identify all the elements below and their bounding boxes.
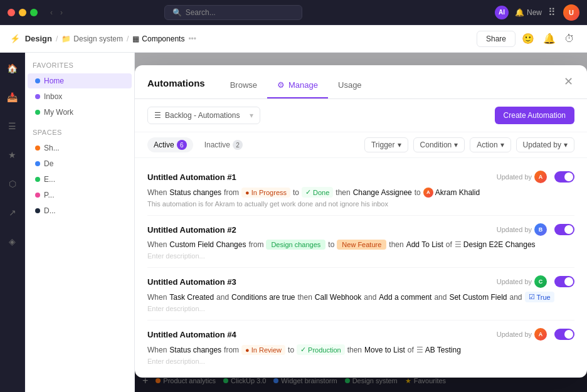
tab-usage[interactable]: Usage	[328, 75, 372, 98]
left-panel-item-d2[interactable]: D...	[28, 203, 132, 218]
smiley-icon[interactable]: 🙂	[519, 30, 537, 47]
nav-forward-arrow[interactable]: ›	[58, 7, 65, 18]
updated-by-label-2: Updated by	[497, 226, 532, 233]
tab-manage[interactable]: ⚙ Manage	[267, 75, 328, 98]
bell-icon: 🔔	[515, 8, 524, 17]
ai-badge[interactable]: AI	[495, 6, 509, 19]
folder-icon: 📁	[61, 34, 71, 43]
home-dot	[35, 78, 40, 83]
automation-4-toggle[interactable]	[554, 329, 574, 340]
automation-2-title: Untitled Automation #2	[147, 225, 497, 235]
new-button[interactable]: 🔔 New	[515, 8, 542, 17]
left-panel-item-inbox[interactable]: Inbox	[28, 89, 132, 104]
sidebar-favorites-icon[interactable]: ★	[3, 146, 22, 164]
maximize-traffic-light[interactable]	[30, 9, 38, 16]
mywork-dot	[35, 110, 40, 115]
minimize-traffic-light[interactable]	[19, 9, 26, 16]
e-dot	[35, 177, 40, 182]
de-dot	[35, 161, 40, 166]
filter-tab-inactive[interactable]: Inactive 2	[198, 137, 249, 152]
active-count: 6	[177, 140, 187, 150]
inbox-dot	[35, 94, 40, 99]
d2-dot	[35, 208, 40, 213]
left-panel-item-de[interactable]: De	[28, 156, 132, 171]
left-panel-item-p[interactable]: P...	[28, 188, 132, 203]
sidebar: 🏠 📥 ☰ ★ ⬡ ↗ ◈	[0, 53, 25, 392]
status-done: ✓ Done	[302, 187, 333, 198]
tab-manage-label: Manage	[288, 80, 318, 90]
breadcrumb-bar: ⚡ Design / 📁 Design system / ▦ Component…	[0, 25, 587, 53]
sidebar-share-icon[interactable]: ↗	[3, 203, 22, 222]
manage-icon: ⚙	[277, 80, 285, 90]
akram-avatar: A	[423, 188, 433, 198]
automation-1-header: Untitled Automation #1 Updated by A	[147, 171, 574, 183]
condition-filter-btn[interactable]: Condition ▾	[413, 137, 465, 152]
backlog-label: Backlog - Automations	[165, 111, 240, 120]
status-production: ✓ Production	[297, 344, 345, 355]
create-automation-button[interactable]: Create Automation	[495, 107, 574, 124]
search-bar[interactable]: 🔍 Search...	[164, 5, 302, 20]
automation-3-title: Untitled Automation #3	[147, 277, 497, 287]
close-traffic-light[interactable]	[8, 9, 15, 16]
automation-list: Untitled Automation #1 Updated by A When…	[135, 158, 587, 378]
left-panel-item-mywork[interactable]: My Work	[28, 105, 132, 120]
left-panel-item-sh[interactable]: Sh...	[28, 140, 132, 156]
sidebar-menu-icon[interactable]: ☰	[3, 117, 22, 135]
trigger-filter-btn[interactable]: Trigger ▾	[364, 137, 408, 152]
grid-view-icon: ▦	[132, 34, 139, 43]
favorites-section-label: Favorites	[25, 58, 134, 73]
action-filter-btn[interactable]: Action ▾	[470, 137, 510, 152]
main-layout: 🏠 📥 ☰ ★ ⬡ ↗ ◈ Favorites Home Inbox My Wo…	[0, 53, 587, 392]
automation-4-title: Untitled Automation #4	[147, 330, 497, 339]
status-in-review: ● In Review	[241, 345, 285, 355]
updated-by-filter-btn[interactable]: Updated by ▾	[516, 137, 574, 152]
automation-3-rule: When Task Created and Conditions are tru…	[147, 292, 574, 302]
filter-buttons: Trigger ▾ Condition ▾ Action ▾ Updated	[364, 137, 574, 152]
grid-icon[interactable]: ⠿	[548, 6, 557, 18]
chevron-down-icon: ▾	[250, 111, 253, 120]
nav-back-arrow[interactable]: ‹	[48, 7, 55, 18]
top-bar: ‹ › 🔍 Search... AI 🔔 New ⠿ U	[0, 0, 587, 25]
sidebar-inbox-icon[interactable]: 📥	[3, 88, 22, 107]
modal-close-button[interactable]: ✕	[559, 73, 577, 90]
filter-bar: Active 6 Inactive 2 Trigger ▾ Condition	[135, 132, 587, 158]
left-panel-item-e[interactable]: E...	[28, 172, 132, 187]
automation-3-avatar: C	[534, 275, 547, 288]
tag-design-changes: Design changes	[266, 240, 325, 250]
ordinary-icon: ⚡	[10, 34, 20, 43]
automation-4-avatar: A	[534, 328, 547, 341]
orange-circle-icon-2: ●	[245, 346, 250, 354]
notification-icon[interactable]: 🔔	[541, 30, 558, 47]
share-button[interactable]: Share	[477, 31, 516, 47]
list-icon-4: ☰	[416, 346, 423, 354]
green-check-icon-2: ✓	[300, 346, 306, 354]
tab-browse[interactable]: Browse	[220, 75, 267, 98]
filter-tab-active[interactable]: Active 6	[147, 137, 193, 152]
automation-1-avatar: A	[534, 171, 547, 183]
sidebar-spaces-icon[interactable]: ⬡	[3, 174, 22, 193]
timer-icon[interactable]: ⏱	[562, 31, 577, 47]
list-icon: ☰	[154, 111, 161, 120]
updated-chevron-icon: ▾	[564, 140, 568, 149]
automation-1-toggle[interactable]	[554, 171, 574, 183]
automation-3-header: Untitled Automation #3 Updated by C	[147, 275, 574, 288]
user-avatar[interactable]: U	[563, 4, 579, 21]
backlog-select[interactable]: ☰ Backlog - Automations ▾	[147, 107, 260, 124]
breadcrumb-design-system[interactable]: 📁 Design system	[61, 34, 123, 43]
sidebar-home-icon[interactable]: 🏠	[3, 59, 22, 78]
modal-toolbar: ☰ Backlog - Automations ▾ Create Automat…	[135, 99, 587, 132]
condition-chevron-icon: ▾	[454, 140, 458, 149]
automation-2-toggle[interactable]	[554, 224, 574, 235]
left-panel-item-home[interactable]: Home	[28, 73, 132, 88]
inactive-label: Inactive	[204, 140, 230, 149]
automation-4-header: Untitled Automation #4 Updated by A	[147, 328, 574, 341]
automation-item-3: Untitled Automation #3 Updated by C When…	[147, 268, 574, 320]
breadcrumb-components[interactable]: ▦ Components	[132, 34, 184, 43]
content-area: Automations Browse ⚙ Manage Usage	[135, 53, 587, 392]
more-options-icon[interactable]: •••	[188, 34, 196, 43]
status-in-progress: ● In Progress	[241, 188, 290, 198]
sidebar-design-icon[interactable]: ◈	[3, 232, 22, 251]
automation-3-toggle[interactable]	[554, 276, 574, 287]
modal-header: Automations Browse ⚙ Manage Usage	[135, 65, 587, 99]
automation-3-desc: Enter description...	[147, 305, 574, 312]
